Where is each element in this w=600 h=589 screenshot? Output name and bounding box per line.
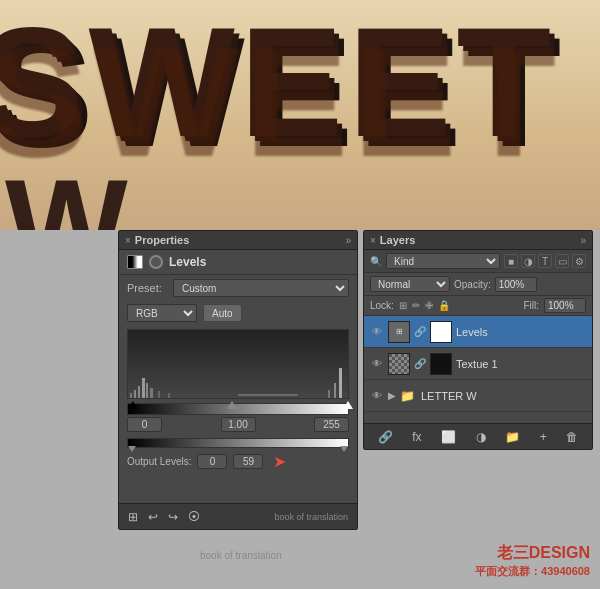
channel-row: RGB Auto: [119, 301, 357, 325]
blend-mode-select[interactable]: Normal: [370, 276, 450, 292]
filter-smart-icon[interactable]: ⚙: [572, 254, 586, 268]
layer-name-texture: Textue 1: [456, 358, 586, 370]
output-min-value[interactable]: 0: [197, 454, 227, 469]
canvas-text-bottom: W: [5, 160, 136, 230]
output-levels-area: [127, 438, 349, 448]
auto-button[interactable]: Auto: [203, 304, 242, 322]
layers-bottom-toolbar: 🔗 fx ⬜ ◑ 📁 + 🗑: [364, 423, 592, 449]
toolbar-btn-2[interactable]: ↩: [145, 508, 161, 526]
lock-transparency-icon[interactable]: ⊞: [399, 300, 407, 311]
layer-row-levels[interactable]: 👁 ⊞ 🔗 Levels: [364, 316, 592, 348]
toolbar-btn-1[interactable]: ⊞: [125, 508, 141, 526]
brand-text: 老三DESIGN: [475, 543, 590, 564]
filter-icons-group: ■ ◑ T ▭ ⚙: [504, 254, 586, 268]
layer-mask-levels: [430, 321, 452, 343]
layer-name-levels: Levels: [456, 326, 586, 338]
output-white-handle[interactable]: [340, 446, 348, 452]
layer-link-levels[interactable]: 🔗: [414, 326, 426, 337]
book-label: book of translation: [200, 550, 282, 561]
white-level-value[interactable]: 255: [314, 417, 349, 432]
properties-close-button[interactable]: ×: [125, 235, 131, 246]
layers-mask-btn[interactable]: ⬜: [438, 428, 459, 446]
preset-label: Preset:: [127, 282, 167, 294]
levels-mini-icon: [127, 255, 143, 269]
lock-all-icon[interactable]: 🔒: [438, 300, 450, 311]
layer-mask-texture: [430, 353, 452, 375]
white-point-handle[interactable]: [343, 401, 353, 409]
lock-brush-icon[interactable]: ✏: [412, 300, 420, 311]
levels-input-slider[interactable]: [127, 403, 349, 415]
properties-titlebar: × Properties »: [119, 231, 357, 250]
layer-visibility-texture[interactable]: 👁: [370, 357, 384, 371]
properties-title-group: × Properties: [125, 234, 189, 246]
layer-name-letter: LETTER W: [421, 390, 586, 402]
opacity-label: Opacity:: [454, 279, 491, 290]
filter-kind-select[interactable]: Kind: [386, 253, 500, 269]
layers-group-btn[interactable]: 📁: [502, 428, 523, 446]
output-gradient-slider[interactable]: [127, 438, 349, 448]
preset-select[interactable]: Custom: [173, 279, 349, 297]
opacity-input[interactable]: [495, 277, 537, 292]
blend-mode-row: Normal Opacity:: [364, 273, 592, 296]
levels-circle-icon: [149, 255, 163, 269]
layers-adjustment-btn[interactable]: ◑: [473, 428, 489, 446]
black-level-value[interactable]: 0: [127, 417, 162, 432]
channel-select[interactable]: RGB: [127, 304, 197, 322]
properties-title: Properties: [135, 234, 189, 246]
properties-toolbar: ⊞ ↩ ↪ ⦿ book of translation: [119, 503, 357, 529]
filter-adjust-icon[interactable]: ◑: [521, 254, 535, 268]
layers-new-btn[interactable]: +: [537, 428, 550, 446]
layers-link-btn[interactable]: 🔗: [375, 428, 396, 446]
preset-row: Preset: Custom: [119, 275, 357, 301]
filter-pixel-icon[interactable]: ■: [504, 254, 518, 268]
levels-title: Levels: [169, 255, 206, 269]
community-text: 平面交流群：43940608: [475, 564, 590, 579]
properties-collapse-button[interactable]: »: [345, 235, 351, 246]
levels-header: Levels: [119, 250, 357, 275]
layers-collapse-button[interactable]: »: [580, 235, 586, 246]
layer-thumb-texture: [388, 353, 410, 375]
red-arrow-icon: ➤: [273, 452, 286, 471]
search-icon: 🔍: [370, 256, 382, 267]
layers-titlebar: × Layers »: [364, 231, 592, 250]
layers-filter-bar: 🔍 Kind ■ ◑ T ▭ ⚙: [364, 250, 592, 273]
layers-panel: × Layers » 🔍 Kind ■ ◑ T ▭ ⚙ Normal Opaci…: [363, 230, 593, 450]
layer-row-letter[interactable]: 👁 ▶ 📁 LETTER W: [364, 380, 592, 412]
layer-thumb-levels: ⊞: [388, 321, 410, 343]
toolbar-btn-4[interactable]: ⦿: [185, 508, 203, 526]
output-levels-label: Output Levels:: [127, 456, 191, 467]
black-point-handle[interactable]: [128, 401, 138, 409]
layers-fx-btn[interactable]: fx: [409, 428, 424, 446]
toolbar-btn-3[interactable]: ↪: [165, 508, 181, 526]
layer-row-texture[interactable]: 👁 🔗 Textue 1: [364, 348, 592, 380]
folder-icon: 📁: [400, 389, 415, 403]
layer-visibility-letter[interactable]: 👁: [370, 389, 384, 403]
histogram-gradient: [128, 330, 348, 398]
watermark: 老三DESIGN 平面交流群：43940608: [475, 543, 590, 579]
output-label-row: Output Levels: 0 59 ➤: [119, 450, 357, 473]
layers-delete-btn[interactable]: 🗑: [563, 428, 581, 446]
folder-expand-icon[interactable]: ▶: [388, 390, 396, 401]
layers-title: Layers: [380, 234, 415, 246]
layer-link-texture[interactable]: 🔗: [414, 358, 426, 369]
lock-label: Lock:: [370, 300, 394, 311]
filter-shape-icon[interactable]: ▭: [555, 254, 569, 268]
midpoint-handle[interactable]: [227, 401, 237, 409]
toolbar-hint: book of translation: [271, 510, 351, 524]
histogram: [127, 329, 349, 399]
filter-text-icon[interactable]: T: [538, 254, 552, 268]
canvas-area: SWEET SWEET W: [0, 0, 600, 230]
layers-close-button[interactable]: ×: [370, 235, 376, 246]
fill-input[interactable]: [544, 298, 586, 313]
levels-values-row: 0 1.00 255: [119, 415, 357, 434]
lock-row: Lock: ⊞ ✏ ✙ 🔒 Fill:: [364, 296, 592, 316]
layer-visibility-levels[interactable]: 👁: [370, 325, 384, 339]
fill-label: Fill:: [523, 300, 539, 311]
mid-level-value[interactable]: 1.00: [221, 417, 256, 432]
output-max-value[interactable]: 59: [233, 454, 263, 469]
properties-panel: × Properties » Levels Preset: Custom RGB…: [118, 230, 358, 530]
lock-position-icon[interactable]: ✙: [425, 300, 433, 311]
output-black-handle[interactable]: [128, 446, 136, 452]
